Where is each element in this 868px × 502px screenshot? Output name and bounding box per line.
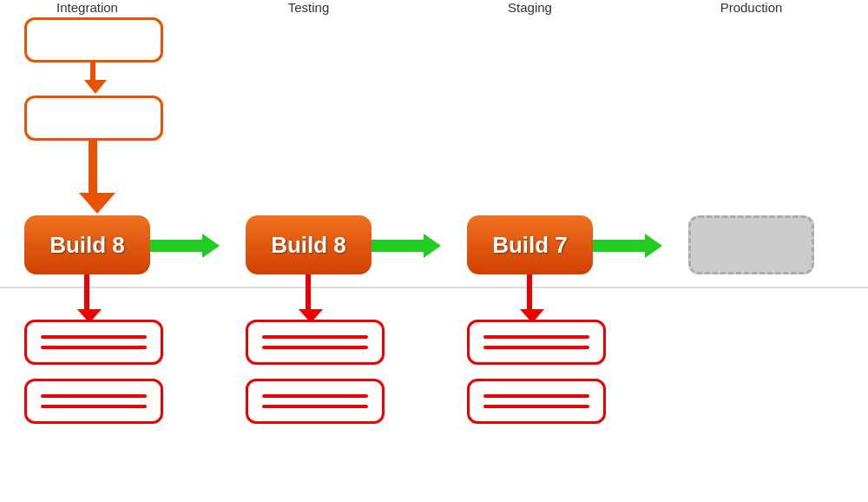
stage-box-testing[interactable]: Build 8 — [246, 215, 372, 274]
stage-testing-label: Build 8 — [271, 232, 346, 259]
staging-bottom-line-1a — [483, 335, 589, 339]
staging-bottom-line-2b — [483, 405, 589, 408]
input-box-2 — [24, 96, 163, 141]
testing-bottom-line-1b — [262, 346, 368, 349]
green-arrow-head-2 — [424, 234, 441, 258]
staging-bottom-line-1b — [483, 346, 589, 349]
green-arrow-head-3 — [645, 234, 662, 258]
testing-bottom-line-1a — [262, 335, 368, 339]
label-production: Production — [688, 0, 814, 15]
stage-divider-line — [0, 287, 868, 288]
green-arrow-staging-production — [593, 239, 662, 253]
label-staging: Staging — [467, 0, 593, 15]
green-arrow-line-3 — [593, 240, 645, 252]
pipeline-diagram: Build 8 Build 8 Build 7 Integration Test… — [0, 0, 868, 502]
stage-box-integration[interactable]: Build 8 — [24, 215, 150, 274]
staging-bottom-box-1 — [467, 320, 606, 365]
stage-staging-label: Build 7 — [492, 232, 568, 259]
staging-bottom-box-2 — [467, 379, 606, 424]
green-arrow-testing-staging — [372, 239, 441, 253]
stage-box-production[interactable] — [688, 215, 814, 274]
testing-bottom-box-1 — [246, 320, 385, 365]
testing-bottom-box-2 — [246, 379, 385, 424]
green-arrow-head-1 — [202, 234, 220, 258]
integration-bottom-line-1a — [41, 335, 147, 339]
label-integration: Integration — [24, 0, 150, 15]
testing-bottom-line-2b — [262, 405, 368, 408]
integration-bottom-line-2b — [41, 405, 147, 408]
green-arrow-line-2 — [372, 240, 424, 252]
integration-bottom-line-2a — [41, 394, 147, 398]
integration-bottom-line-1b — [41, 346, 147, 349]
integration-bottom-box-1 — [24, 320, 163, 365]
stage-integration-label: Build 8 — [49, 232, 125, 259]
testing-bottom-line-2a — [262, 394, 368, 398]
stage-box-staging[interactable]: Build 7 — [467, 215, 593, 274]
integration-bottom-box-2 — [24, 379, 163, 424]
green-arrow-integration-testing — [150, 239, 220, 253]
staging-bottom-line-2a — [483, 394, 589, 398]
label-testing: Testing — [246, 0, 372, 15]
input-box-1 — [24, 17, 163, 63]
green-arrow-line-1 — [150, 240, 202, 252]
